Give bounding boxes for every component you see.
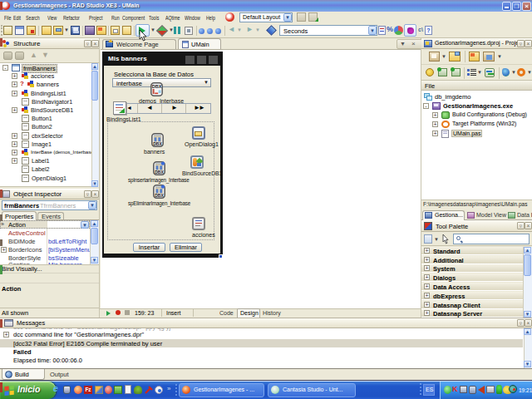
svg-text:DBX: DBX	[152, 84, 162, 89]
svg-text:DBX: DBX	[155, 193, 164, 198]
svg-text:DBX: DBX	[153, 141, 162, 146]
svg-text:DBX: DBX	[155, 170, 164, 175]
